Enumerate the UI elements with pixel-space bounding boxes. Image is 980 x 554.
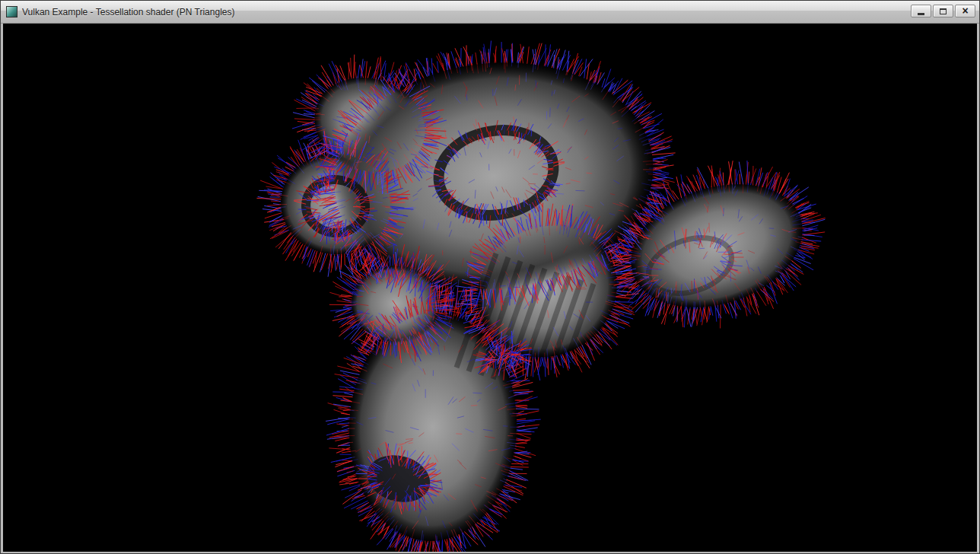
minimize-button[interactable] xyxy=(911,5,931,18)
maximize-icon xyxy=(940,8,947,14)
window-title: Vulkan Example - Tessellation shader (PN… xyxy=(22,7,234,18)
viewport-canvas[interactable] xyxy=(3,24,977,552)
app-icon[interactable] xyxy=(6,6,18,18)
maximize-button[interactable] xyxy=(933,5,953,18)
window-controls: × xyxy=(911,5,975,18)
title-bar[interactable]: Vulkan Example - Tessellation shader (PN… xyxy=(1,1,979,24)
app-window: Vulkan Example - Tessellation shader (PN… xyxy=(0,0,980,554)
minimize-icon xyxy=(918,13,924,15)
close-icon: × xyxy=(962,5,968,16)
render-client-area xyxy=(3,24,977,551)
close-button[interactable]: × xyxy=(955,5,975,18)
